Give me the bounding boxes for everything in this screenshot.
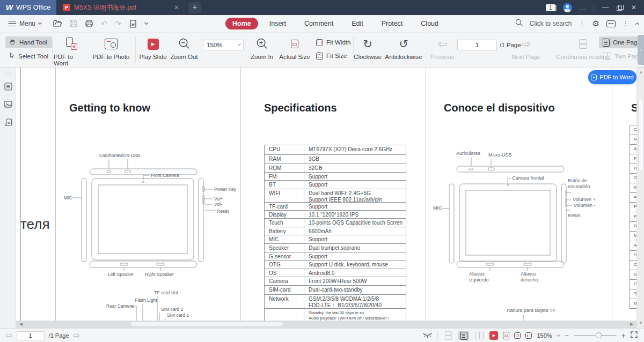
statusbar-fit-width-icon[interactable]	[525, 332, 532, 339]
save-icon[interactable]	[70, 20, 77, 27]
redo-icon[interactable]: ↷	[115, 19, 121, 28]
scroll-up-arrow[interactable]: ▲	[637, 69, 644, 76]
table-row: Standby: the last 30 days or so Audio pl…	[265, 309, 406, 321]
table-row: TF-cardSupport	[265, 203, 406, 211]
vertical-scrollbar[interactable]: ▲ ▼	[636, 68, 644, 328]
menu-button[interactable]: Menu	[0, 20, 41, 27]
wps-logo[interactable]: W WPS Office	[0, 0, 56, 15]
undo-icon[interactable]: ↶	[101, 19, 107, 28]
zoom-slider[interactable]	[574, 332, 617, 339]
tab-protect[interactable]: Protect	[375, 18, 410, 29]
fit-width-button[interactable]: Fit Width	[314, 38, 353, 47]
fit-size-button[interactable]: Fit Size	[314, 51, 353, 61]
titlebar-overflow-icon[interactable]: ...	[580, 4, 586, 11]
zoom-combobox[interactable]	[203, 40, 244, 50]
play-slide-button[interactable]: ▶ Play Slide	[137, 36, 169, 60]
panel-drag-handle[interactable]	[5, 71, 11, 73]
search-options-icon[interactable]: ⋮	[579, 20, 586, 27]
open-folder-icon[interactable]	[53, 20, 62, 27]
more-options-icon[interactable]: ⋮	[623, 20, 629, 27]
tab-insert[interactable]: Insert	[262, 18, 293, 29]
page-getting-to-know: Getting to know	[55, 68, 240, 321]
statusbar-one-page-icon[interactable]	[458, 331, 469, 340]
scroll-right-arrow[interactable]: ▶	[628, 321, 635, 328]
tab-home[interactable]: Home	[225, 18, 258, 29]
statusbar-play-icon[interactable]: ▶	[489, 331, 498, 340]
search-label[interactable]: Click to search	[530, 20, 572, 27]
gear-icon[interactable]: ⚙	[592, 19, 599, 28]
minimize-button[interactable]: —	[602, 4, 609, 11]
outline-panel-icon[interactable]	[3, 81, 13, 91]
eye-protection-icon[interactable]	[422, 331, 433, 340]
window-count-badge[interactable]: 1	[546, 4, 555, 11]
label-sim-card-2: SIM card 2	[161, 307, 183, 313]
statusbar-fit-size-icon[interactable]	[514, 332, 521, 339]
print-icon[interactable]	[85, 20, 93, 27]
zoom-in-label: Zoom In	[251, 54, 273, 60]
toolbar-expand-strip[interactable]: ›	[638, 35, 644, 65]
hand-tool-label: Hand Tool	[19, 39, 47, 46]
horizontal-scrollbar[interactable]: ◀ ▶	[16, 321, 636, 328]
previous-page-button[interactable]: ⇦ Previous	[428, 36, 456, 60]
hand-tool-button[interactable]: Hand Tool	[5, 36, 52, 48]
restore-button[interactable]	[617, 5, 623, 10]
zoom-in-button[interactable]: Zoom In	[247, 36, 277, 60]
next-arrow-icon: ⇨	[521, 36, 531, 51]
spec-table-fragment: CP Me Al FM Bl GP WI Al Pa Pa Ba MI Alt …	[630, 125, 636, 309]
statusbar-page-input[interactable]	[17, 331, 45, 340]
statusbar-zoom-value[interactable]: 150%	[537, 332, 552, 339]
zoom-input[interactable]	[203, 42, 238, 48]
vertical-scroll-thumb[interactable]	[638, 98, 643, 172]
actual-size-label: Actual Size	[279, 54, 310, 60]
table-row: OSAndroid8.0	[265, 269, 406, 277]
new-tab-button[interactable]: +	[188, 2, 201, 13]
label-volumen-mas: Volumen +	[573, 197, 596, 203]
fullscreen-icon[interactable]	[631, 331, 638, 340]
export-word-icon[interactable]: w	[129, 20, 137, 28]
scroll-left-arrow[interactable]: ◀	[17, 321, 25, 328]
search-icon[interactable]	[515, 19, 523, 28]
quickbar-more-icon[interactable]	[144, 21, 148, 25]
ribbon-right-controls: Click to search ⋮ ⚙ ••• ⋮	[515, 15, 639, 32]
label-boton-encendido: Botón de encendido	[568, 178, 590, 190]
statusbar-continuous-icon[interactable]	[443, 331, 453, 340]
floating-button-label: PDF to Word	[599, 74, 633, 80]
statusbar-next-arrow[interactable]: ⇨	[74, 332, 80, 340]
tab-close-icon[interactable]: ✕	[174, 4, 179, 11]
pdf-to-photo-button[interactable]: PDF to Photo	[90, 36, 132, 60]
rotate-anticlockwise-button[interactable]: ↺ Anticlockwise	[382, 36, 425, 60]
document-canvas[interactable]: теля Getting to know	[16, 68, 636, 321]
tab-comment[interactable]: Comment	[297, 18, 340, 29]
zoom-out-button[interactable]: Zoom Out	[169, 36, 199, 60]
pdf-to-word-icon: w	[64, 38, 77, 50]
statusbar-two-page-icon[interactable]	[474, 331, 485, 340]
pdf-to-word-button[interactable]: w PDF to Word	[54, 36, 88, 66]
statusbar-zoom-caret-icon[interactable]	[557, 333, 560, 337]
close-button[interactable]: ✕	[630, 4, 638, 11]
scroll-down-arrow[interactable]: ▼	[637, 319, 644, 327]
page-number-input[interactable]	[457, 40, 497, 50]
collapse-ribbon-icon[interactable]	[635, 23, 639, 26]
tab-edit[interactable]: Edit	[345, 18, 370, 29]
user-avatar[interactable]	[563, 3, 572, 12]
statusbar-actual-size-icon[interactable]: 1:1	[503, 332, 509, 339]
tab-cloud[interactable]: Cloud	[414, 18, 445, 29]
zoom-slider-knob[interactable]	[596, 332, 602, 338]
label-tf-card-slot: TF card slot	[154, 290, 178, 296]
feedback-icon[interactable]: •••	[606, 20, 616, 27]
next-page-button[interactable]: ⇨ Next Page	[509, 36, 543, 60]
wps-w-icon: W	[6, 3, 13, 12]
horizontal-scroll-thumb[interactable]	[130, 322, 283, 327]
zoom-minus-button[interactable]: −	[565, 331, 569, 340]
statusbar-prev-arrow[interactable]: ⇦	[5, 332, 12, 340]
rotate-clockwise-button[interactable]: ↻ Clockwise	[354, 36, 381, 60]
floating-pdf-to-word-button[interactable]: w PDF to Word	[588, 70, 636, 84]
play-icon: ▶	[148, 39, 159, 50]
actual-size-button[interactable]: 1:1 Actual Size	[278, 36, 311, 60]
table-row: CameraFront 200W+Rear 500W	[265, 277, 406, 286]
zoom-plus-button[interactable]: +	[621, 331, 626, 340]
pdf-to-word-panel-icon[interactable]: w	[3, 118, 13, 128]
image-panel-icon[interactable]	[3, 100, 13, 109]
select-tool-button[interactable]: Select Tool	[5, 50, 52, 62]
document-tab[interactable]: P M5XS 说明书海外.pdf ✕	[56, 0, 184, 15]
